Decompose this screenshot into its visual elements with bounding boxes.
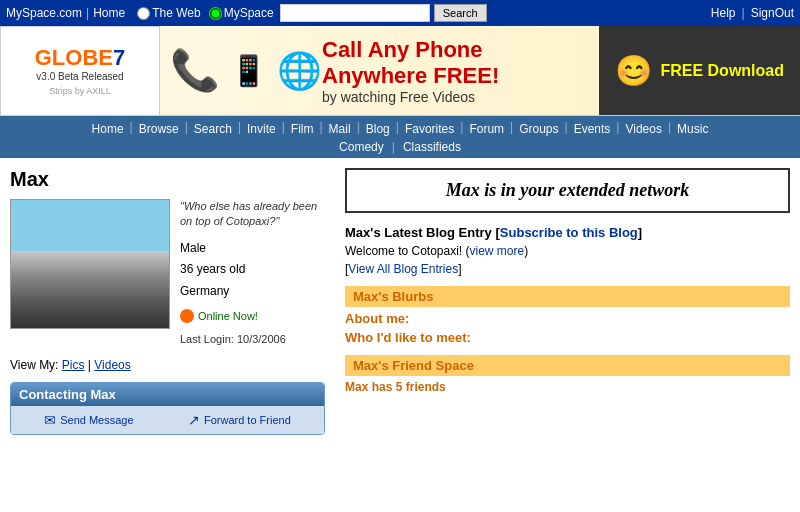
pics-link[interactable]: Pics (62, 358, 85, 372)
view-all-blog-link[interactable]: View All Blog Entries (348, 262, 458, 276)
message-icon: ✉ (44, 412, 56, 428)
globe7-name: GLOBE7 (35, 45, 125, 71)
page-content: Max "Who else has already been on top of… (0, 158, 800, 445)
search-area: The Web MySpace Search (137, 4, 711, 22)
nav-blog[interactable]: Blog (360, 120, 396, 138)
blog-section: Max's Latest Blog Entry [Subscribe to th… (345, 225, 790, 276)
profile-gender: Male (180, 238, 325, 260)
extended-network-box: Max is in your extended network (345, 168, 790, 213)
home-link[interactable]: Home (93, 6, 125, 20)
blog-title: Max's Latest Blog Entry [Subscribe to th… (345, 225, 790, 240)
profile-info: "Who else has already been on top of Cot… (180, 199, 325, 350)
nav-search[interactable]: Search (188, 120, 238, 138)
right-column: Max is in your extended network Max's La… (335, 158, 800, 445)
ad-subtext: by watching Free Videos (322, 89, 589, 105)
view-more-link[interactable]: view more (470, 244, 525, 258)
main-nav: Home | Browse | Search | Invite | Film |… (0, 116, 800, 158)
send-message-link[interactable]: ✉ Send Message (44, 412, 133, 428)
extended-network-text: Max is in your extended network (357, 180, 778, 201)
myspace-com-link[interactable]: MySpace.com (6, 6, 82, 20)
contact-actions: ✉ Send Message ↗ Forward to Friend (11, 406, 324, 434)
profile-quote: "Who else has already been on top of Cot… (180, 199, 325, 230)
left-column: Max "Who else has already been on top of… (0, 158, 335, 445)
top-bar: MySpace.com | Home The Web MySpace Searc… (0, 0, 800, 26)
blurbs-header: Max's Blurbs (345, 286, 790, 307)
last-login: Last Login: 10/3/2006 (180, 330, 325, 350)
search-box: Search (280, 4, 487, 22)
profile-location: Germany (180, 281, 325, 303)
profile-age: 36 years old (180, 259, 325, 281)
search-radio-group: The Web MySpace (137, 6, 274, 20)
blurbs-section: Max's Blurbs About me: Who I'd like to m… (345, 286, 790, 345)
search-input[interactable] (280, 4, 430, 22)
nav-forum[interactable]: Forum (463, 120, 510, 138)
ad-headline: Call Any Phone Anywhere FREE! (322, 37, 589, 89)
ad-content[interactable]: 📞 📱 🌐 Call Any Phone Anywhere FREE! by w… (160, 26, 599, 116)
forward-icon: ↗ (188, 412, 200, 428)
search-button[interactable]: Search (434, 4, 487, 22)
blog-all-link: [View All Blog Entries] (345, 262, 790, 276)
online-dot-icon (180, 309, 194, 323)
friend-count-number: 5 (396, 380, 403, 394)
view-links: View My: Pics | Videos (10, 358, 325, 372)
globe-icon: 🌐 (277, 50, 322, 92)
contact-header: Contacting Max (11, 383, 324, 406)
web-radio-label[interactable]: The Web (137, 6, 200, 20)
download-button[interactable]: 😊 FREE Download (599, 26, 800, 116)
sep2: | (742, 6, 745, 20)
top-left-links: MySpace.com | Home (6, 6, 125, 20)
friend-count: Max has 5 friends (345, 380, 790, 394)
globe7-logo[interactable]: GLOBE7 v3.0 Beta Released Strips by AXIL… (0, 26, 160, 116)
sep1: | (86, 6, 89, 20)
nav-events[interactable]: Events (568, 120, 617, 138)
subscribe-link[interactable]: Subscribe to this Blog (500, 225, 638, 240)
profile-name: Max (10, 168, 325, 191)
nav-comedy[interactable]: Comedy (331, 140, 392, 154)
myspace-radio[interactable] (209, 7, 222, 20)
web-radio[interactable] (137, 7, 150, 20)
forward-to-friend-link[interactable]: ↗ Forward to Friend (188, 412, 291, 428)
blog-entry-text: Welcome to Cotopaxi! (view more) (345, 244, 790, 258)
online-status-text: Online Now! (198, 307, 258, 327)
nav-groups[interactable]: Groups (513, 120, 564, 138)
mountain-scene (11, 200, 169, 328)
nav-invite[interactable]: Invite (241, 120, 282, 138)
myspace-radio-label[interactable]: MySpace (209, 6, 274, 20)
nav-links: Home | Browse | Search | Invite | Film |… (0, 120, 800, 138)
videos-link[interactable]: Videos (94, 358, 130, 372)
meet-label: Who I'd like to meet: (345, 330, 790, 345)
nav-mail[interactable]: Mail (323, 120, 357, 138)
nav-videos[interactable]: Videos (619, 120, 667, 138)
nav-film[interactable]: Film (285, 120, 320, 138)
nav-classifieds[interactable]: Classifieds (395, 140, 469, 154)
friend-space-header: Max's Friend Space (345, 355, 790, 376)
online-status: Online Now! (180, 307, 325, 327)
ad-text: Call Any Phone Anywhere FREE! by watchin… (322, 37, 589, 105)
top-right-links: Help | SignOut (711, 6, 794, 20)
globe7-strips: Strips by AXILL (49, 86, 111, 96)
contact-box: Contacting Max ✉ Send Message ↗ Forward … (10, 382, 325, 435)
view-my-label: View My: (10, 358, 58, 372)
nav-music[interactable]: Music (671, 120, 714, 138)
nav-home[interactable]: Home (86, 120, 130, 138)
profile-details: Male 36 years old Germany Online Now! La… (180, 238, 325, 350)
phone-icon: 📞 (170, 47, 220, 94)
nav-favorites[interactable]: Favorites (399, 120, 460, 138)
about-label: About me: (345, 311, 790, 326)
profile-area: "Who else has already been on top of Cot… (10, 199, 325, 350)
banner-ad: GLOBE7 v3.0 Beta Released Strips by AXIL… (0, 26, 800, 116)
profile-photo (10, 199, 170, 329)
mobile-icon: 📱 (230, 53, 267, 88)
nav-browse[interactable]: Browse (133, 120, 185, 138)
signout-link[interactable]: SignOut (751, 6, 794, 20)
sub-nav: Comedy | Classifieds (0, 138, 800, 154)
ad-icons: 📞 📱 🌐 (170, 47, 322, 94)
smiley-icon: 😊 (615, 53, 652, 88)
globe7-version: v3.0 Beta Released (36, 71, 123, 82)
friend-space: Max's Friend Space Max has 5 friends (345, 355, 790, 394)
help-link[interactable]: Help (711, 6, 736, 20)
